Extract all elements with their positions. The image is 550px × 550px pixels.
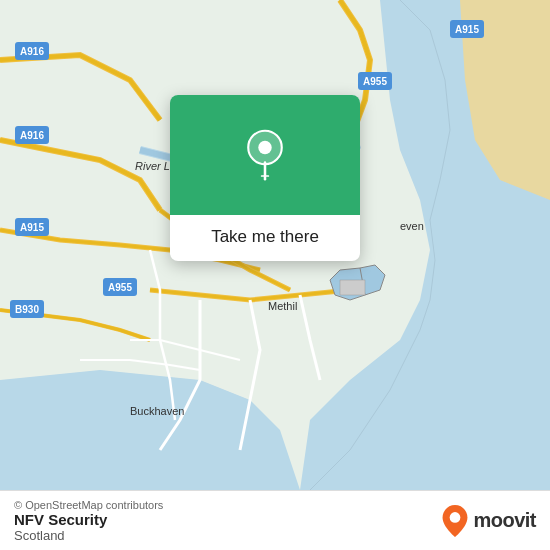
map: A916 A916 A915 A915 A955 A955 B930 River… [0,0,550,490]
svg-text:A955: A955 [108,282,132,293]
location-name: NFV Security [14,511,163,528]
svg-text:Methil: Methil [268,300,297,312]
svg-text:B930: B930 [15,304,39,315]
svg-text:A955: A955 [363,76,387,87]
map-attribution: © OpenStreetMap contributors [14,499,163,511]
svg-text:A915: A915 [20,222,44,233]
location-pin-icon [239,129,291,181]
svg-point-22 [450,512,461,523]
svg-rect-1 [340,280,365,295]
moovit-brand-text: moovit [473,509,536,532]
moovit-pin-icon [441,505,469,537]
svg-text:A916: A916 [20,130,44,141]
svg-text:Buckhaven: Buckhaven [130,405,184,417]
svg-text:even: even [400,220,424,232]
svg-text:A915: A915 [455,24,479,35]
take-me-there-button[interactable]: Take me there [170,215,360,261]
bottom-bar: © OpenStreetMap contributors NFV Securit… [0,490,550,550]
popup-header [170,95,360,215]
location-popup[interactable]: Take me there [170,95,360,261]
location-info: © OpenStreetMap contributors NFV Securit… [14,499,163,543]
moovit-logo[interactable]: moovit [441,505,536,537]
location-region: Scotland [14,528,163,543]
svg-point-21 [258,141,271,154]
svg-text:A916: A916 [20,46,44,57]
